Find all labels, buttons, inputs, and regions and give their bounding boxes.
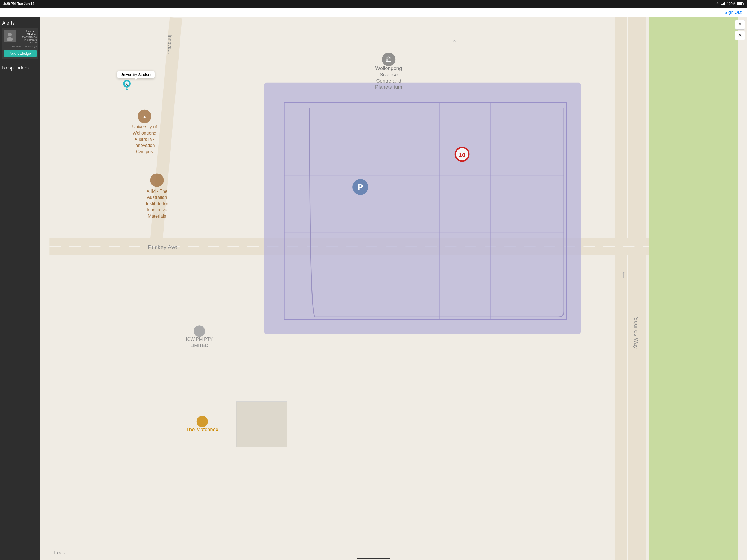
acknowledge-button[interactable]: Acknowledge — [4, 50, 36, 57]
svg-text:University of: University of — [132, 124, 157, 129]
alert-card: University Student +61491570156 The carp… — [2, 28, 38, 59]
alert-location: The carpark — [18, 39, 36, 41]
alert-status: Active — [18, 41, 36, 44]
nav-bar: Sign Out — [0, 8, 374, 18]
svg-text:AIIM - The: AIIM - The — [147, 189, 168, 194]
svg-point-40 — [150, 173, 164, 187]
alerts-title: Alerts — [2, 20, 38, 26]
status-date: Tue Jun 18 — [17, 2, 34, 6]
svg-text:●: ● — [143, 114, 146, 120]
svg-text:P: P — [358, 183, 363, 192]
svg-text:Innova...: Innova... — [167, 34, 173, 54]
alert-phone: +61491570156 — [18, 36, 36, 39]
status-bar: 3:28 PM Tue Jun 18 100% — [0, 0, 374, 8]
alert-info: University Student +61491570156 The carp… — [18, 30, 36, 44]
user-callout: University Student — [117, 71, 155, 78]
avatar-silhouette — [5, 31, 15, 41]
status-time: 3:28 PM — [3, 2, 16, 6]
svg-text:Innovative: Innovative — [147, 207, 167, 212]
alert-name: University Student — [18, 30, 36, 36]
svg-text:Institute for: Institute for — [146, 201, 168, 206]
svg-point-5 — [7, 37, 13, 41]
responders-section: Responders — [0, 62, 41, 74]
alert-header: University Student +61491570156 The carp… — [4, 30, 36, 44]
pin-icon: 📞 — [123, 80, 131, 90]
svg-text:Australian: Australian — [147, 195, 167, 200]
svg-text:Wollongong: Wollongong — [133, 130, 156, 136]
svg-text:Campus: Campus — [136, 149, 153, 154]
svg-text:Puckey Ave: Puckey Ave — [148, 244, 177, 250]
callout-label: University Student — [120, 73, 152, 77]
avatar — [4, 30, 16, 42]
svg-text:Innovation: Innovation — [134, 143, 155, 148]
svg-text:📞: 📞 — [125, 82, 129, 86]
svg-text:Australia -: Australia - — [134, 137, 154, 142]
status-bar-left: 3:28 PM Tue Jun 18 — [3, 2, 34, 6]
svg-text:Materials: Materials — [148, 213, 166, 219]
location-pin: 📞 — [123, 80, 131, 91]
map-area[interactable]: P 10 ↑ ↑ 🏛 Wollongong Science Centre and… — [41, 18, 374, 280]
map-background: P 10 ↑ ↑ 🏛 Wollongong Science Centre and… — [41, 18, 374, 280]
main-layout: Alerts University Student +61491570156 — [0, 18, 374, 280]
responders-title: Responders — [2, 65, 38, 71]
svg-point-4 — [8, 32, 12, 36]
sidebar: Alerts University Student +61491570156 — [0, 18, 41, 280]
alerts-section: Alerts University Student +61491570156 — [0, 18, 41, 61]
alert-updated: Updated: 10 minutes ago — [4, 45, 36, 48]
